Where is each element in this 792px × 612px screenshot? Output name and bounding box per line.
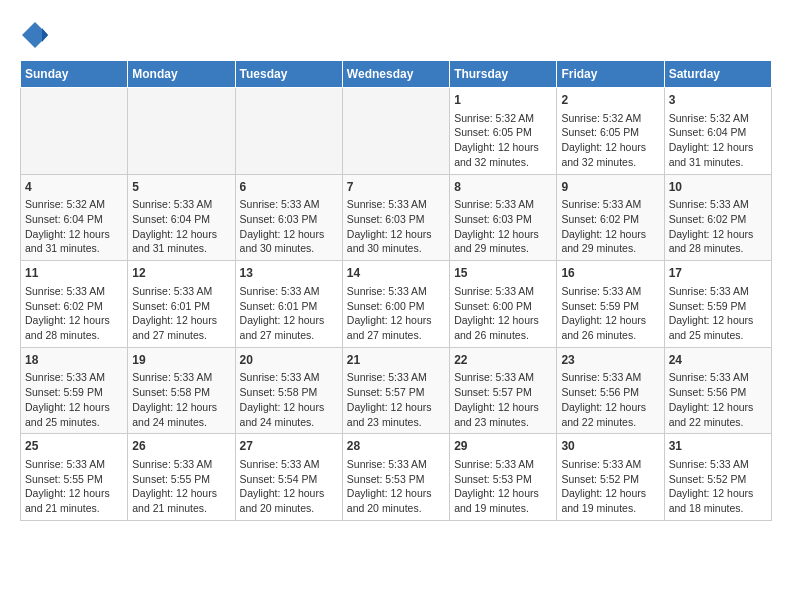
day-info: Daylight: 12 hours bbox=[240, 400, 338, 415]
day-info: Sunrise: 5:33 AM bbox=[561, 284, 659, 299]
day-info: Sunset: 6:04 PM bbox=[669, 125, 767, 140]
day-info: Daylight: 12 hours bbox=[454, 313, 552, 328]
calendar-day: 11Sunrise: 5:33 AMSunset: 6:02 PMDayligh… bbox=[21, 261, 128, 348]
day-info: Sunset: 6:01 PM bbox=[240, 299, 338, 314]
calendar-day: 9Sunrise: 5:33 AMSunset: 6:02 PMDaylight… bbox=[557, 174, 664, 261]
calendar-day bbox=[342, 88, 449, 175]
day-info: Sunset: 6:02 PM bbox=[561, 212, 659, 227]
day-info: and 18 minutes. bbox=[669, 501, 767, 516]
day-number: 18 bbox=[25, 352, 123, 369]
day-info: and 25 minutes. bbox=[669, 328, 767, 343]
day-number: 4 bbox=[25, 179, 123, 196]
calendar-day: 28Sunrise: 5:33 AMSunset: 5:53 PMDayligh… bbox=[342, 434, 449, 521]
calendar-week-5: 25Sunrise: 5:33 AMSunset: 5:55 PMDayligh… bbox=[21, 434, 772, 521]
day-info: Sunrise: 5:32 AM bbox=[561, 111, 659, 126]
svg-marker-1 bbox=[42, 28, 48, 42]
calendar-day: 15Sunrise: 5:33 AMSunset: 6:00 PMDayligh… bbox=[450, 261, 557, 348]
day-info: Daylight: 12 hours bbox=[347, 400, 445, 415]
day-info: Sunset: 5:52 PM bbox=[669, 472, 767, 487]
day-info: Sunset: 6:03 PM bbox=[347, 212, 445, 227]
day-info: and 27 minutes. bbox=[132, 328, 230, 343]
day-info: Sunrise: 5:33 AM bbox=[561, 457, 659, 472]
day-info: Sunrise: 5:33 AM bbox=[669, 197, 767, 212]
day-info: Sunrise: 5:32 AM bbox=[669, 111, 767, 126]
day-number: 29 bbox=[454, 438, 552, 455]
day-info: Daylight: 12 hours bbox=[561, 486, 659, 501]
day-info: and 30 minutes. bbox=[240, 241, 338, 256]
calendar-day: 13Sunrise: 5:33 AMSunset: 6:01 PMDayligh… bbox=[235, 261, 342, 348]
day-info: Daylight: 12 hours bbox=[669, 486, 767, 501]
day-number: 27 bbox=[240, 438, 338, 455]
calendar-day: 10Sunrise: 5:33 AMSunset: 6:02 PMDayligh… bbox=[664, 174, 771, 261]
day-info: and 25 minutes. bbox=[25, 415, 123, 430]
calendar-day: 4Sunrise: 5:32 AMSunset: 6:04 PMDaylight… bbox=[21, 174, 128, 261]
day-info: Sunrise: 5:33 AM bbox=[454, 457, 552, 472]
day-info: Sunrise: 5:32 AM bbox=[454, 111, 552, 126]
day-info: Sunset: 6:01 PM bbox=[132, 299, 230, 314]
calendar-day: 8Sunrise: 5:33 AMSunset: 6:03 PMDaylight… bbox=[450, 174, 557, 261]
day-info: Sunrise: 5:33 AM bbox=[240, 457, 338, 472]
day-info: Sunset: 6:04 PM bbox=[25, 212, 123, 227]
day-number: 19 bbox=[132, 352, 230, 369]
day-info: and 20 minutes. bbox=[240, 501, 338, 516]
calendar-day bbox=[235, 88, 342, 175]
day-info: Sunset: 6:02 PM bbox=[25, 299, 123, 314]
day-info: and 24 minutes. bbox=[132, 415, 230, 430]
day-info: Daylight: 12 hours bbox=[240, 227, 338, 242]
day-info: and 24 minutes. bbox=[240, 415, 338, 430]
day-info: Sunset: 5:57 PM bbox=[454, 385, 552, 400]
calendar-day: 23Sunrise: 5:33 AMSunset: 5:56 PMDayligh… bbox=[557, 347, 664, 434]
day-info: Sunrise: 5:33 AM bbox=[132, 370, 230, 385]
day-info: Sunrise: 5:33 AM bbox=[25, 370, 123, 385]
day-info: Sunset: 6:00 PM bbox=[454, 299, 552, 314]
day-info: Daylight: 12 hours bbox=[132, 486, 230, 501]
day-info: Sunset: 5:53 PM bbox=[347, 472, 445, 487]
day-info: and 21 minutes. bbox=[25, 501, 123, 516]
day-info: Sunset: 5:53 PM bbox=[454, 472, 552, 487]
day-info: Daylight: 12 hours bbox=[347, 227, 445, 242]
day-info: and 31 minutes. bbox=[132, 241, 230, 256]
day-info: Sunset: 5:56 PM bbox=[669, 385, 767, 400]
day-info: Sunrise: 5:33 AM bbox=[132, 284, 230, 299]
day-info: and 21 minutes. bbox=[132, 501, 230, 516]
day-info: Sunset: 5:54 PM bbox=[240, 472, 338, 487]
day-header-monday: Monday bbox=[128, 61, 235, 88]
logo bbox=[20, 20, 54, 50]
day-info: Daylight: 12 hours bbox=[669, 313, 767, 328]
day-number: 2 bbox=[561, 92, 659, 109]
calendar-week-1: 1Sunrise: 5:32 AMSunset: 6:05 PMDaylight… bbox=[21, 88, 772, 175]
calendar-day: 27Sunrise: 5:33 AMSunset: 5:54 PMDayligh… bbox=[235, 434, 342, 521]
day-info: and 31 minutes. bbox=[669, 155, 767, 170]
day-number: 8 bbox=[454, 179, 552, 196]
day-info: Sunrise: 5:33 AM bbox=[240, 284, 338, 299]
day-info: and 22 minutes. bbox=[669, 415, 767, 430]
day-info: and 28 minutes. bbox=[669, 241, 767, 256]
day-info: and 20 minutes. bbox=[347, 501, 445, 516]
day-info: Sunrise: 5:33 AM bbox=[132, 457, 230, 472]
day-info: Sunrise: 5:33 AM bbox=[454, 370, 552, 385]
day-number: 7 bbox=[347, 179, 445, 196]
calendar-day: 17Sunrise: 5:33 AMSunset: 5:59 PMDayligh… bbox=[664, 261, 771, 348]
day-info: Sunrise: 5:33 AM bbox=[25, 457, 123, 472]
day-info: and 32 minutes. bbox=[561, 155, 659, 170]
day-info: Sunset: 6:02 PM bbox=[669, 212, 767, 227]
day-header-tuesday: Tuesday bbox=[235, 61, 342, 88]
day-info: and 27 minutes. bbox=[347, 328, 445, 343]
calendar-day: 7Sunrise: 5:33 AMSunset: 6:03 PMDaylight… bbox=[342, 174, 449, 261]
page-header bbox=[20, 20, 772, 50]
day-info: Daylight: 12 hours bbox=[669, 227, 767, 242]
day-info: and 23 minutes. bbox=[454, 415, 552, 430]
day-info: Daylight: 12 hours bbox=[454, 140, 552, 155]
day-header-sunday: Sunday bbox=[21, 61, 128, 88]
day-info: and 23 minutes. bbox=[347, 415, 445, 430]
day-number: 3 bbox=[669, 92, 767, 109]
day-info: Daylight: 12 hours bbox=[132, 313, 230, 328]
day-header-saturday: Saturday bbox=[664, 61, 771, 88]
day-number: 5 bbox=[132, 179, 230, 196]
day-info: Daylight: 12 hours bbox=[347, 486, 445, 501]
day-info: Sunrise: 5:33 AM bbox=[132, 197, 230, 212]
day-info: Daylight: 12 hours bbox=[25, 400, 123, 415]
calendar-week-3: 11Sunrise: 5:33 AMSunset: 6:02 PMDayligh… bbox=[21, 261, 772, 348]
day-info: and 27 minutes. bbox=[240, 328, 338, 343]
calendar-day: 2Sunrise: 5:32 AMSunset: 6:05 PMDaylight… bbox=[557, 88, 664, 175]
